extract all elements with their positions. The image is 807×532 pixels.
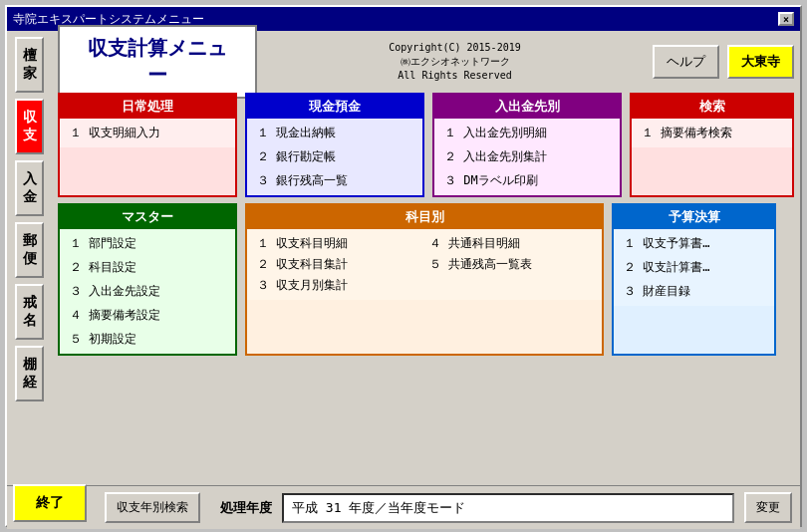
sidebar-item-danka[interactable]: 檀家 xyxy=(15,37,44,93)
panel-cash: 現金預金 １ 現金出納帳 ２ 銀行勘定帳 ３ 銀行残高一覧 xyxy=(245,93,424,197)
main-window: 寺院エキスパートシステムメニュー × 檀家 収支 入金 郵便 戒名 xyxy=(5,5,802,527)
sidebar-item-nyukin[interactable]: 入金 xyxy=(15,160,44,216)
panel-kamoku: 科目別 １ 収支科目明細 ２ 収支科目集計 ３ 収支月別集計 ４ 共通科目明細 xyxy=(245,203,604,356)
panel-master: マスター １ 部門設定 ２ 科目設定 ３ 入出金先設定 ４ 摘要備考設定 ５ 初… xyxy=(58,203,237,356)
panel-inout-body: １ 入出金先別明細 ２ 入出金先別集計 ３ DMラベル印刷 xyxy=(434,119,620,195)
panel-kamoku-col1: １ 収支科目明細 ２ 収支科目集計 ３ 収支月別集計 xyxy=(253,233,423,296)
panel-kamoku-item-3[interactable]: ３ 収支月別集計 xyxy=(253,275,423,296)
panel-master-header: マスター xyxy=(60,205,235,229)
panel-kamoku-cols: １ 収支科目明細 ２ 収支科目集計 ３ 収支月別集計 ４ 共通科目明細 ５ 共通… xyxy=(253,233,596,296)
panel-cash-item-2[interactable]: ２ 銀行勘定帳 xyxy=(253,146,416,167)
bottom-bar: 終了 収支年別検索 処理年度 平成 31 年度／当年度モード 変更 xyxy=(7,485,800,529)
panel-search-header: 検索 xyxy=(632,95,792,119)
main-title: 収支計算メニュー xyxy=(58,25,257,99)
panel-yosan-item-3[interactable]: ３ 財産目録 xyxy=(620,281,768,302)
main-area: 檀家 収支 入金 郵便 戒名 棚経 xyxy=(7,31,800,485)
panel-search: 検索 １ 摘要備考検索 xyxy=(630,93,794,197)
panel-nichijo-body: １ 収支明細入力 xyxy=(60,119,235,147)
panel-kamoku-item-5[interactable]: ５ 共通残高一覧表 xyxy=(425,254,596,275)
panel-cash-body: １ 現金出納帳 ２ 銀行勘定帳 ３ 銀行残高一覧 xyxy=(247,119,422,195)
panel-cash-header: 現金預金 xyxy=(247,95,422,119)
panel-master-item-4[interactable]: ４ 摘要備考設定 xyxy=(66,305,229,326)
help-button[interactable]: ヘルプ xyxy=(653,45,719,79)
panel-kamoku-item-2[interactable]: ２ 収支科目集計 xyxy=(253,254,423,275)
panel-kamoku-header: 科目別 xyxy=(247,205,602,229)
end-button[interactable]: 終了 xyxy=(13,484,87,522)
panel-inout-item-1[interactable]: １ 入出金先別明細 xyxy=(440,123,614,143)
panel-kamoku-body: １ 収支科目明細 ２ 収支科目集計 ３ 収支月別集計 ４ 共通科目明細 ５ 共通… xyxy=(247,229,602,300)
year-label: 処理年度 xyxy=(220,499,272,517)
panel-yosan-header: 予算決算 xyxy=(614,205,774,229)
panel-yosan: 予算決算 １ 収支予算書… ２ 収支計算書… ３ 財産目録 xyxy=(612,203,776,356)
panel-master-item-3[interactable]: ３ 入出金先設定 xyxy=(66,281,229,302)
sidebar-item-yubin[interactable]: 郵便 xyxy=(15,222,44,278)
panel-cash-item-1[interactable]: １ 現金出納帳 xyxy=(253,123,416,143)
top-panels: 日常処理 １ 収支明細入力 現金預金 １ 現金出納帳 ２ 銀行勘定帳 ３ 銀行残… xyxy=(58,93,794,197)
panel-nichijo: 日常処理 １ 収支明細入力 xyxy=(58,93,237,197)
panel-search-body: １ 摘要備考検索 xyxy=(632,119,792,147)
copyright: Copyright(C) 2015-2019 ㈱エクシオネットワーク All R… xyxy=(265,41,645,83)
bottom-panels: マスター １ 部門設定 ２ 科目設定 ３ 入出金先設定 ４ 摘要備考設定 ５ 初… xyxy=(58,203,794,356)
sidebar: 檀家 収支 入金 郵便 戒名 棚経 xyxy=(7,31,52,485)
panel-nichijo-item-1[interactable]: １ 収支明細入力 xyxy=(66,123,229,143)
bottom-controls: 収支年別検索 処理年度 平成 31 年度／当年度モード 変更 xyxy=(105,492,792,523)
panel-kamoku-col2: ４ 共通科目明細 ５ 共通残高一覧表 xyxy=(425,233,596,296)
change-button[interactable]: 変更 xyxy=(744,492,792,523)
panel-master-item-5[interactable]: ５ 初期設定 xyxy=(66,329,229,350)
search-year-button[interactable]: 収支年別検索 xyxy=(105,492,200,523)
panel-kamoku-item-1[interactable]: １ 収支科目明細 xyxy=(253,233,423,254)
panel-cash-item-3[interactable]: ３ 銀行残高一覧 xyxy=(253,170,416,191)
close-button[interactable]: × xyxy=(778,12,794,26)
panel-master-item-1[interactable]: １ 部門設定 xyxy=(66,233,229,254)
sidebar-item-kaimyo[interactable]: 戒名 xyxy=(15,284,44,340)
panel-inout-header: 入出金先別 xyxy=(434,95,620,119)
panel-inout-item-2[interactable]: ２ 入出金先別集計 xyxy=(440,146,614,167)
year-display: 平成 31 年度／当年度モード xyxy=(282,493,734,523)
panel-nichijo-header: 日常処理 xyxy=(60,95,235,119)
end-button-wrapper: 終了 xyxy=(13,484,87,522)
temple-button[interactable]: 大東寺 xyxy=(727,45,794,79)
panel-yosan-item-2[interactable]: ２ 収支計算書… xyxy=(620,257,768,278)
panel-inout: 入出金先別 １ 入出金先別明細 ２ 入出金先別集計 ３ DMラベル印刷 xyxy=(432,93,622,197)
panel-inout-item-3[interactable]: ３ DMラベル印刷 xyxy=(440,170,614,191)
sidebar-item-shushi[interactable]: 収支 xyxy=(15,99,44,154)
panel-master-body: １ 部門設定 ２ 科目設定 ３ 入出金先設定 ４ 摘要備考設定 ５ 初期設定 xyxy=(60,229,235,354)
right-content: 収支計算メニュー Copyright(C) 2015-2019 ㈱エクシオネット… xyxy=(52,31,800,485)
panel-kamoku-item-4[interactable]: ４ 共通科目明細 xyxy=(425,233,596,254)
panel-search-item-1[interactable]: １ 摘要備考検索 xyxy=(638,123,786,143)
panel-master-item-2[interactable]: ２ 科目設定 xyxy=(66,257,229,278)
panel-yosan-item-1[interactable]: １ 収支予算書… xyxy=(620,233,768,254)
panel-yosan-body: １ 収支予算書… ２ 収支計算書… ３ 財産目録 xyxy=(614,229,774,306)
content-area: 檀家 収支 入金 郵便 戒名 棚経 xyxy=(7,31,800,529)
header-row: 収支計算メニュー Copyright(C) 2015-2019 ㈱エクシオネット… xyxy=(58,37,794,87)
sidebar-item-tankyo[interactable]: 棚経 xyxy=(15,346,44,401)
